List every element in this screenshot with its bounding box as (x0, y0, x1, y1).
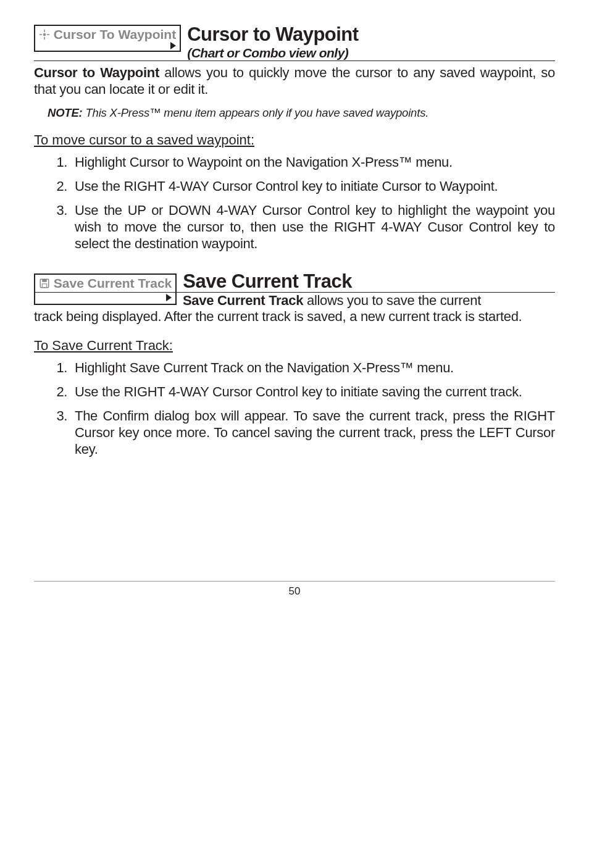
procedure-steps: Highlight Cursor to Waypoint on the Navi… (34, 154, 555, 252)
section-body-rest: track being displayed. After the current… (34, 309, 555, 325)
note-text: NOTE: This X-Press™ menu item appears on… (34, 106, 555, 120)
procedure-heading: To move cursor to a saved waypoint: (34, 132, 555, 148)
save-icon (39, 278, 50, 289)
list-item: Use the RIGHT 4-WAY Cursor Control key t… (71, 384, 555, 401)
svg-point-0 (43, 33, 46, 36)
svg-rect-6 (42, 279, 47, 282)
procedure-steps: Highlight Save Current Track on the Navi… (34, 360, 555, 457)
section-header-save-track: Save Current Track Save Current Track (34, 271, 555, 293)
page-footer: 50 (34, 581, 555, 601)
menu-item-label: Cursor To Waypoint (35, 26, 180, 42)
section-title-wrap: Cursor to Waypoint (Chart or Combo view … (181, 25, 358, 61)
svg-rect-7 (42, 283, 47, 287)
menu-item-box: Cursor To Waypoint (34, 25, 181, 52)
list-item: Use the UP or DOWN 4-WAY Cursor Control … (71, 202, 555, 252)
menu-item-box: Save Current Track (34, 273, 177, 292)
list-item: Highlight Cursor to Waypoint on the Navi… (71, 154, 555, 171)
section-subtitle: (Chart or Combo view only) (187, 45, 358, 61)
play-arrow-icon (170, 42, 176, 49)
section-save-current-track: Save Current Track Save Current Track Sa… (34, 271, 555, 458)
menu-item-text: Save Current Track (54, 276, 172, 290)
section-row2: Save Current Track allows you to save th… (34, 293, 555, 309)
list-item: Highlight Save Current Track on the Navi… (71, 360, 555, 377)
menu-item-arrow-row (35, 42, 180, 51)
section-body-first-line: Save Current Track allows you to save th… (177, 293, 555, 309)
section-title: Save Current Track (177, 271, 352, 292)
menu-item-arrow-row (34, 293, 177, 305)
document-page: Cursor To Waypoint Cursor to Waypoint (C… (0, 0, 589, 457)
section-header-cursor-to-waypoint: Cursor To Waypoint Cursor to Waypoint (C… (34, 25, 555, 61)
section-body: Cursor to Waypoint allows you to quickly… (34, 65, 555, 98)
list-item: Use the RIGHT 4-WAY Cursor Control key t… (71, 178, 555, 195)
page-number: 50 (289, 585, 301, 597)
menu-item-text: Cursor To Waypoint (54, 27, 176, 41)
play-arrow-icon (166, 294, 172, 301)
section-title: Cursor to Waypoint (187, 25, 358, 45)
procedure-heading: To Save Current Track: (34, 338, 555, 354)
list-item: The Confirm dialog box will appear. To s… (71, 408, 555, 457)
waypoint-icon (39, 29, 50, 40)
